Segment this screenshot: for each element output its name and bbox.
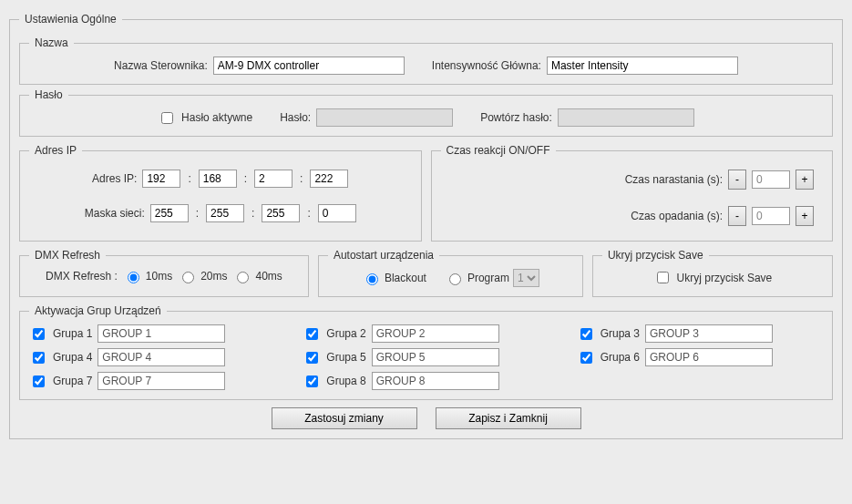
dmx-40ms-label: 40ms [255,270,282,283]
dmx-20ms-radio[interactable] [182,272,194,283]
group-6-label: Grupa 6 [601,351,640,364]
ip-sep: : [298,172,304,185]
group-3-input[interactable] [645,324,773,343]
hide-save-legend: Ukryj przycisk Save [602,249,709,262]
ip-octet-1[interactable] [142,170,180,188]
groups-legend: Aktywacja Grup Urządzeń [29,304,167,317]
master-intensity-input[interactable] [547,57,738,75]
autostart-section: Autostart urządzenia Blackout Program 1 [318,249,583,297]
rise-time-label: Czas narastania (s): [625,173,723,186]
reaction-legend: Czas reakcji ON/OFF [441,144,556,157]
dmx-refresh-label: DMX Refresh : [46,270,118,283]
group-2-input[interactable] [372,324,499,343]
master-intensity-label: Intensywność Główna: [432,59,541,72]
name-legend: Nazwa [29,36,74,49]
group-cell-3: Grupa 3 [577,324,823,343]
rise-time-input[interactable] [752,170,790,189]
mask-octet-4[interactable] [318,204,356,222]
dmx-40ms-radio[interactable] [237,272,249,283]
group-cell-8: Grupa 8 [303,372,549,390]
fall-time-input[interactable] [752,207,790,225]
group-cell-1: Grupa 1 [29,324,275,343]
mask-sep: : [194,207,200,220]
group-3-checkbox[interactable] [580,328,592,340]
repeat-password-input[interactable] [558,108,694,127]
group-6-input[interactable] [645,348,773,366]
group-cell-6: Grupa 6 [577,348,823,366]
repeat-password-label: Powtórz hasło: [480,111,552,124]
ip-octet-3[interactable] [254,170,293,188]
mask-octet-1[interactable] [150,204,189,222]
group-3-label: Grupa 3 [601,327,640,340]
dmx-20ms-label: 20ms [200,270,227,283]
password-input[interactable] [316,108,453,127]
password-legend: Hasło [29,88,68,101]
autostart-blackout-radio[interactable] [366,273,378,285]
group-7-label: Grupa 7 [53,375,92,387]
fall-minus-button[interactable]: - [728,206,746,226]
autostart-legend: Autostart urządzenia [328,249,439,262]
fall-time-label: Czas opadania (s): [631,210,723,222]
group-4-input[interactable] [98,348,225,366]
mask-octet-2[interactable] [206,204,244,222]
mask-sep: : [250,207,256,220]
mask-sep: : [305,207,312,220]
netmask-label: Maska sieci: [85,207,145,220]
controller-name-label: Nazwa Sterownika: [114,59,208,72]
group-cell-7: Grupa 7 [29,372,275,390]
group-5-checkbox[interactable] [306,352,318,364]
ip-sep: : [186,172,192,185]
group-7-checkbox[interactable] [33,375,45,387]
autostart-blackout-label: Blackout [385,272,426,284]
dmx-refresh-legend: DMX Refresh [29,249,106,262]
group-cell-2: Grupa 2 [303,324,549,343]
group-8-label: Grupa 8 [326,375,365,387]
general-settings-panel: Ustawienia Ogólne Nazwa Nazwa Sterownika… [9,13,843,439]
group-5-input[interactable] [372,348,499,366]
group-2-checkbox[interactable] [306,328,318,340]
password-active-checkbox[interactable] [161,112,173,124]
group-4-label: Grupa 4 [53,351,92,364]
group-2-label: Grupa 2 [326,327,365,340]
autostart-program-label: Program [467,272,509,284]
rise-plus-button[interactable]: + [796,170,814,190]
save-close-button[interactable]: Zapisz i Zamknij [436,407,581,429]
group-5-label: Grupa 5 [326,351,365,364]
mask-octet-3[interactable] [262,204,300,222]
ip-sep: : [242,172,249,185]
group-7-input[interactable] [98,372,225,390]
ip-octet-4[interactable] [310,170,348,188]
fall-plus-button[interactable]: + [796,206,814,226]
password-label: Hasło: [280,111,311,124]
ip-octet-2[interactable] [199,170,237,188]
ip-section: Adres IP Adres IP: : : : Maska sieci: : [19,144,422,242]
group-cell-5: Grupa 5 [303,348,549,366]
ip-legend: Adres IP [29,144,82,157]
autostart-program-radio[interactable] [449,273,461,285]
hide-save-section: Ukryj przycisk Save Ukryj przycisk Save [592,249,833,297]
hide-save-checkbox[interactable] [657,272,669,283]
group-1-checkbox[interactable] [33,328,45,340]
group-8-checkbox[interactable] [306,375,318,387]
group-1-input[interactable] [98,324,225,343]
rise-minus-button[interactable]: - [728,170,746,190]
group-8-input[interactable] [372,372,499,390]
name-section: Nazwa Nazwa Sterownika: Intensywność Głó… [19,36,833,85]
group-4-checkbox[interactable] [33,352,45,364]
password-active-label: Hasło aktywne [181,111,252,124]
group-1-label: Grupa 1 [53,327,92,340]
hide-save-label: Ukryj przycisk Save [677,272,773,284]
group-cell-4: Grupa 4 [29,348,275,366]
autostart-program-select[interactable]: 1 [513,269,539,287]
reaction-section: Czas reakcji ON/OFF Czas narastania (s):… [431,144,834,242]
general-settings-legend: Ustawienia Ogólne [19,13,122,26]
dmx-refresh-section: DMX Refresh DMX Refresh : 10ms 20ms 40ms [19,249,309,297]
dmx-10ms-label: 10ms [146,270,172,283]
ip-address-label: Adres IP: [92,172,137,185]
groups-section: Aktywacja Grup Urządzeń Grupa 1Grupa 2Gr… [19,304,833,400]
controller-name-input[interactable] [213,57,405,75]
group-6-checkbox[interactable] [580,352,592,364]
password-section: Hasło Hasło aktywne Hasło: Powtórz hasło… [19,88,833,137]
dmx-10ms-radio[interactable] [128,272,139,283]
apply-button[interactable]: Zastosuj zmiany [272,407,417,429]
